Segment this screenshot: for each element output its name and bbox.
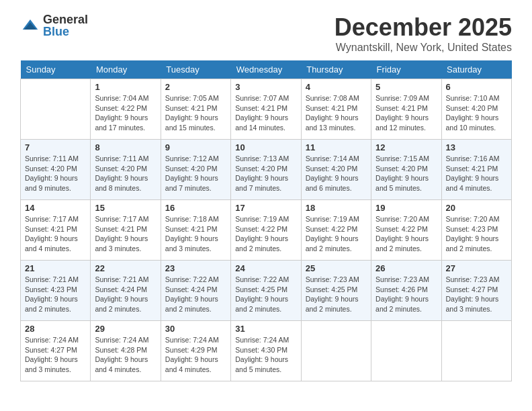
calendar-day-cell: 12Sunrise: 7:15 AMSunset: 4:20 PMDayligh… [371,140,441,200]
logo: General Blue [20,13,88,38]
calendar-day-cell [301,321,371,381]
calendar-week-row: 1Sunrise: 7:04 AMSunset: 4:22 PMDaylight… [21,79,512,140]
day-info: Sunrise: 7:16 AMSunset: 4:21 PMDaylight:… [446,154,507,193]
day-info: Sunrise: 7:11 AMSunset: 4:20 PMDaylight:… [25,154,86,193]
day-info: Sunrise: 7:20 AMSunset: 4:23 PMDaylight:… [446,214,507,254]
calendar-day-cell: 21Sunrise: 7:21 AMSunset: 4:23 PMDayligh… [21,261,91,321]
calendar-day-cell: 31Sunrise: 7:24 AMSunset: 4:30 PMDayligh… [231,321,301,381]
day-number: 19 [375,203,437,213]
day-number: 4 [306,82,367,92]
day-info: Sunrise: 7:24 AMSunset: 4:28 PMDaylight:… [95,335,156,375]
title-section: December 2025 Wynantskill, New York, Uni… [335,13,512,54]
weekday-header: Saturday [441,60,511,79]
weekday-header: Wednesday [231,60,301,79]
day-info: Sunrise: 7:22 AMSunset: 4:25 PMDaylight:… [235,275,296,314]
calendar-table: SundayMondayTuesdayWednesdayThursdayFrid… [20,60,512,381]
day-number: 25 [306,263,367,273]
day-number: 9 [165,142,226,152]
calendar-day-cell: 8Sunrise: 7:11 AMSunset: 4:20 PMDaylight… [91,140,161,200]
day-info: Sunrise: 7:19 AMSunset: 4:22 PMDaylight:… [235,214,296,254]
calendar-week-row: 7Sunrise: 7:11 AMSunset: 4:20 PMDaylight… [21,140,512,200]
calendar-day-cell: 20Sunrise: 7:20 AMSunset: 4:23 PMDayligh… [441,200,511,261]
day-number: 27 [446,263,507,273]
day-number: 1 [95,82,156,92]
day-info: Sunrise: 7:07 AMSunset: 4:21 PMDaylight:… [235,93,296,133]
logo-blue: Blue [43,26,88,38]
day-number: 28 [25,324,86,334]
calendar-day-cell: 15Sunrise: 7:17 AMSunset: 4:21 PMDayligh… [91,200,161,261]
calendar-day-cell: 7Sunrise: 7:11 AMSunset: 4:20 PMDaylight… [21,140,91,200]
calendar-week-row: 21Sunrise: 7:21 AMSunset: 4:23 PMDayligh… [21,261,512,321]
day-number: 31 [235,324,296,334]
calendar-day-cell: 1Sunrise: 7:04 AMSunset: 4:22 PMDaylight… [91,79,161,140]
calendar-day-cell: 9Sunrise: 7:12 AMSunset: 4:20 PMDaylight… [161,140,230,200]
day-info: Sunrise: 7:14 AMSunset: 4:20 PMDaylight:… [306,154,367,193]
day-info: Sunrise: 7:04 AMSunset: 4:22 PMDaylight:… [95,93,156,133]
day-info: Sunrise: 7:10 AMSunset: 4:20 PMDaylight:… [446,93,507,133]
page-header: General Blue December 2025 Wynantskill, … [20,13,512,54]
day-info: Sunrise: 7:09 AMSunset: 4:21 PMDaylight:… [375,93,437,133]
day-number: 11 [306,142,367,152]
calendar-day-cell: 18Sunrise: 7:19 AMSunset: 4:22 PMDayligh… [301,200,371,261]
calendar-day-cell: 6Sunrise: 7:10 AMSunset: 4:20 PMDaylight… [441,79,511,140]
calendar-day-cell: 4Sunrise: 7:08 AMSunset: 4:21 PMDaylight… [301,79,371,140]
day-info: Sunrise: 7:22 AMSunset: 4:24 PMDaylight:… [165,275,226,314]
day-info: Sunrise: 7:11 AMSunset: 4:20 PMDaylight:… [95,154,156,193]
day-number: 22 [95,263,156,273]
weekday-header: Friday [371,60,441,79]
calendar-day-cell: 13Sunrise: 7:16 AMSunset: 4:21 PMDayligh… [441,140,511,200]
logo-general: General [43,13,88,26]
calendar-day-cell: 10Sunrise: 7:13 AMSunset: 4:20 PMDayligh… [231,140,301,200]
day-number: 17 [235,203,296,213]
weekday-header: Tuesday [161,60,230,79]
day-info: Sunrise: 7:17 AMSunset: 4:21 PMDaylight:… [25,214,86,254]
day-number: 8 [95,142,156,152]
day-number: 6 [446,82,507,92]
calendar-day-cell: 27Sunrise: 7:23 AMSunset: 4:27 PMDayligh… [441,261,511,321]
day-info: Sunrise: 7:19 AMSunset: 4:22 PMDaylight:… [306,214,367,254]
logo-text: General Blue [43,13,88,38]
logo-icon [20,15,40,36]
calendar-day-cell: 11Sunrise: 7:14 AMSunset: 4:20 PMDayligh… [301,140,371,200]
day-number: 23 [165,263,226,273]
day-info: Sunrise: 7:21 AMSunset: 4:23 PMDaylight:… [25,275,86,314]
calendar-day-cell: 25Sunrise: 7:23 AMSunset: 4:25 PMDayligh… [301,261,371,321]
calendar-day-cell: 22Sunrise: 7:21 AMSunset: 4:24 PMDayligh… [91,261,161,321]
day-info: Sunrise: 7:13 AMSunset: 4:20 PMDaylight:… [235,154,296,193]
calendar-day-cell: 19Sunrise: 7:20 AMSunset: 4:22 PMDayligh… [371,200,441,261]
day-number: 7 [25,142,86,152]
day-number: 26 [375,263,437,273]
day-info: Sunrise: 7:24 AMSunset: 4:30 PMDaylight:… [235,335,296,375]
day-info: Sunrise: 7:12 AMSunset: 4:20 PMDaylight:… [165,154,226,193]
day-info: Sunrise: 7:21 AMSunset: 4:24 PMDaylight:… [95,275,156,314]
day-number: 15 [95,203,156,213]
month-title: December 2025 [335,13,512,42]
day-number: 30 [165,324,226,334]
day-info: Sunrise: 7:05 AMSunset: 4:21 PMDaylight:… [165,93,226,133]
day-number: 2 [165,82,226,92]
calendar-day-cell [441,321,511,381]
day-info: Sunrise: 7:18 AMSunset: 4:21 PMDaylight:… [165,214,226,254]
day-info: Sunrise: 7:24 AMSunset: 4:27 PMDaylight:… [25,335,86,375]
calendar-week-row: 28Sunrise: 7:24 AMSunset: 4:27 PMDayligh… [21,321,512,381]
day-info: Sunrise: 7:24 AMSunset: 4:29 PMDaylight:… [165,335,226,375]
day-number: 3 [235,82,296,92]
calendar-day-cell [371,321,441,381]
weekday-header-row: SundayMondayTuesdayWednesdayThursdayFrid… [21,60,512,79]
calendar-day-cell: 30Sunrise: 7:24 AMSunset: 4:29 PMDayligh… [161,321,230,381]
day-number: 16 [165,203,226,213]
weekday-header: Thursday [301,60,371,79]
calendar-day-cell: 14Sunrise: 7:17 AMSunset: 4:21 PMDayligh… [21,200,91,261]
calendar-day-cell: 23Sunrise: 7:22 AMSunset: 4:24 PMDayligh… [161,261,230,321]
day-number: 14 [25,203,86,213]
calendar-day-cell: 26Sunrise: 7:23 AMSunset: 4:26 PMDayligh… [371,261,441,321]
day-info: Sunrise: 7:08 AMSunset: 4:21 PMDaylight:… [306,93,367,133]
day-number: 13 [446,142,507,152]
calendar-day-cell: 29Sunrise: 7:24 AMSunset: 4:28 PMDayligh… [91,321,161,381]
day-number: 12 [375,142,437,152]
day-number: 18 [306,203,367,213]
location-title: Wynantskill, New York, United States [335,42,512,54]
day-number: 21 [25,263,86,273]
calendar-day-cell: 5Sunrise: 7:09 AMSunset: 4:21 PMDaylight… [371,79,441,140]
weekday-header: Monday [91,60,161,79]
